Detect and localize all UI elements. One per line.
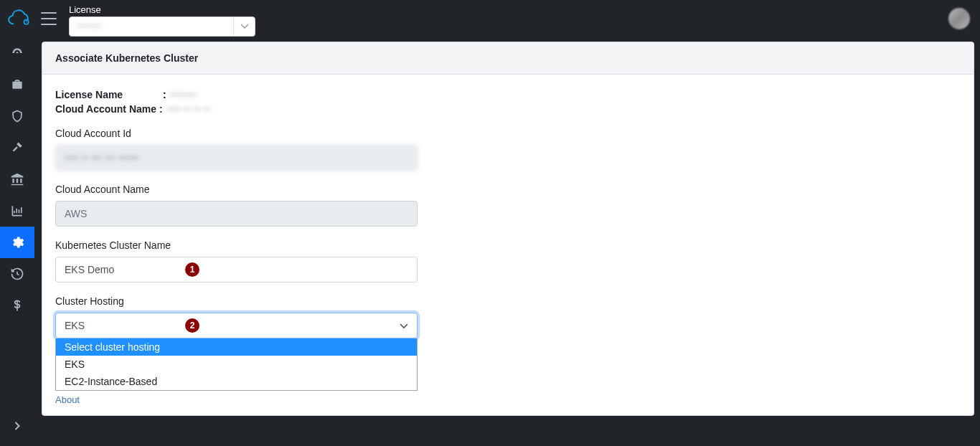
hamburger-icon[interactable] [40,10,57,27]
sidebar-item-history[interactable] [0,258,34,290]
avatar[interactable] [948,8,970,29]
sidebar-item-chart[interactable] [0,195,34,227]
license-select[interactable]: •••••••• [69,16,255,37]
callout-2: 2 [185,318,199,333]
license-name-key: License Name [55,89,163,100]
license-value-redacted: •••••••• [70,22,233,32]
sidebar-item-briefcase[interactable] [0,69,34,100]
sidebar-expand-icon[interactable] [0,410,34,442]
callout-1: 1 [185,262,199,277]
cloud-account-value-redacted: •••• •• •• •• [167,103,211,115]
k8s-cluster-name-label: Kubernetes Cluster Name [55,239,961,251]
panel-title: Associate Kubernetes Cluster [42,42,974,75]
hosting-option-ec2[interactable]: EC2-Instance-Based [56,373,417,390]
cloud-logo-icon[interactable] [4,4,34,34]
license-selector-group: License •••••••• [69,4,255,37]
cluster-hosting-selected: EKS [65,320,85,331]
chevron-down-icon [400,320,408,331]
hosting-option-placeholder[interactable]: Select cluster hosting [56,338,417,356]
sidebar-item-gavel[interactable] [0,132,34,163]
cluster-hosting-dropdown: Select cluster hosting EKS EC2-Instance-… [55,338,418,391]
sidebar-item-settings[interactable] [0,227,34,258]
top-bar: License •••••••• [0,0,980,37]
sidebar-item-shield[interactable] [0,100,34,132]
main-panel: Associate Kubernetes Cluster License Nam… [42,42,974,416]
cloud-account-key: Cloud Account Name : [55,103,163,115]
cloud-account-id-field [55,145,418,171]
chevron-down-icon [233,17,255,36]
license-name-value-redacted: •••••••• [169,89,197,100]
panel-body: License Name : •••••••• Cloud Account Na… [42,75,974,353]
colon: : [163,89,166,100]
cluster-hosting-label: Cluster Hosting [55,295,961,307]
license-label: License [69,4,255,15]
sidebar-item-institution[interactable] [0,163,34,195]
sidebar [0,37,34,446]
sidebar-item-dollar[interactable] [0,290,34,321]
sidebar-item-dashboard[interactable] [0,37,34,69]
cluster-hosting-select[interactable]: EKS [55,313,418,338]
cloud-account-name-label: Cloud Account Name [55,184,961,195]
cloud-account-id-label: Cloud Account Id [55,128,961,139]
hosting-option-eks[interactable]: EKS [56,356,417,373]
cloud-account-name-field [55,201,418,227]
k8s-cluster-name-input[interactable] [55,257,418,283]
about-link[interactable]: About [55,394,80,405]
